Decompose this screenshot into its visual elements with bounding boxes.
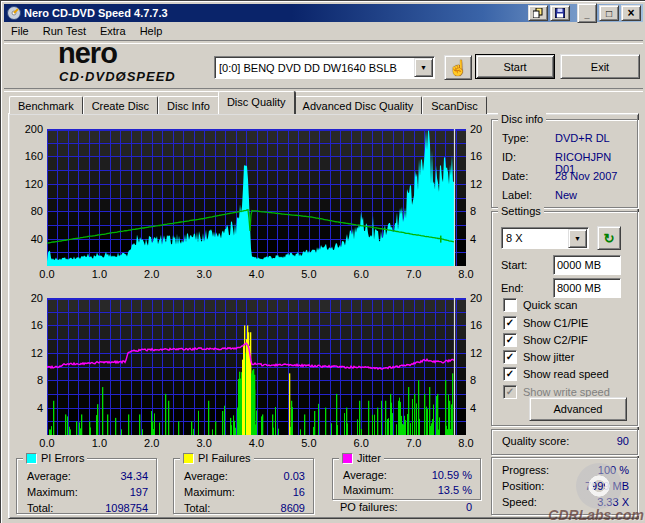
stat-value: 34.34 [120, 470, 148, 482]
jitter-swatch [342, 453, 353, 464]
speed-select[interactable]: 8 X ▼ [501, 227, 589, 249]
checkbox-quick-scan[interactable]: Quick scan [503, 298, 577, 312]
axis-tick-label: 7.0 [399, 437, 429, 449]
axis-tick-label: 0.0 [32, 437, 62, 449]
check-icon: ✓ [506, 335, 514, 345]
drive-select-value: [0:0] BENQ DVD DD DW1640 BSLB [215, 62, 414, 74]
minimize-button[interactable]: _ [577, 3, 597, 23]
refresh-button[interactable]: ↻ [597, 226, 621, 250]
disc-date-value: 28 Nov 2007 [555, 170, 617, 182]
end-field-value: 8000 MB [557, 282, 601, 294]
pi-errors-swatch [26, 453, 37, 464]
axis-tick-label: 3.0 [189, 268, 219, 280]
checkbox-show-jitter[interactable]: ✓ Show jitter [503, 350, 574, 364]
axis-tick-label: 12 [470, 178, 494, 190]
tab-strip: Benchmark Create Disc Disc Info Disc Qua… [9, 92, 487, 114]
title-bar[interactable]: Nero CD-DVD Speed 4.7.7.3 _ □ × [4, 4, 643, 22]
checkbox-box: ✓ [503, 385, 517, 399]
tab-scandisc[interactable]: ScanDisc [422, 96, 486, 114]
stat-value: 1098754 [105, 502, 148, 514]
axis-tick-label: 80 [11, 205, 43, 217]
disc-type-value: DVD+R DL [555, 132, 610, 144]
quality-score-value: 90 [617, 435, 629, 447]
start-button[interactable]: Start [475, 54, 555, 79]
floppy-disk-icon [555, 8, 565, 18]
checkbox-box[interactable] [503, 298, 517, 312]
stat-label: Average: [343, 469, 387, 481]
checkbox-label: Show C2/PIF [523, 334, 588, 346]
advanced-button[interactable]: Advanced [529, 397, 627, 421]
copy-button[interactable] [528, 5, 548, 21]
checkbox-label: Show read speed [523, 368, 609, 380]
axis-tick-label: 6.0 [346, 268, 376, 280]
refresh-icon: ↻ [604, 231, 615, 246]
po-failures-value: 0 [466, 501, 472, 513]
tab-benchmark[interactable]: Benchmark [9, 96, 83, 114]
drive-select[interactable]: [0:0] BENQ DVD DD DW1640 BSLB ▼ [214, 56, 435, 79]
app-window: Nero CD-DVD Speed 4.7.7.3 _ □ × File Run… [0, 0, 645, 523]
close-button[interactable]: × [621, 5, 641, 21]
axis-tick-label: 16 [470, 150, 494, 162]
axis-tick-label: 160 [11, 150, 43, 162]
hand-icon: ☝ [449, 59, 468, 77]
stat-value: 13.5 % [438, 484, 472, 496]
tab-disc-info[interactable]: Disc Info [158, 96, 219, 114]
exit-button[interactable]: Exit [560, 54, 640, 79]
check-icon: ✓ [506, 369, 514, 379]
axis-tick-label: 7.0 [399, 268, 429, 280]
axis-tick-label: 200 [11, 123, 43, 135]
axis-tick-label: 20 [470, 123, 494, 135]
drive-select-dropdown-button[interactable]: ▼ [414, 58, 433, 77]
tab-disc-quality[interactable]: Disc Quality [218, 91, 295, 114]
start-field[interactable]: 0000 MB [553, 255, 621, 275]
tab-advanced-disc-quality[interactable]: Advanced Disc Quality [294, 96, 423, 114]
window-title: Nero CD-DVD Speed 4.7.7.3 [24, 7, 168, 19]
axis-tick-label: 8.0 [451, 437, 481, 449]
checkbox-show-c1-pie[interactable]: ✓ Show C1/PIE [503, 316, 588, 330]
stat-label: Total: [184, 502, 210, 514]
tab-create-disc[interactable]: Create Disc [83, 96, 158, 114]
nero-logo: nero [58, 39, 117, 67]
checkbox-box[interactable]: ✓ [503, 333, 517, 347]
axis-tick-label: 16 [11, 319, 43, 331]
quality-score-label: Quality score: [502, 435, 569, 447]
checkbox-show-c2-pif[interactable]: ✓ Show C2/PIF [503, 333, 588, 347]
disc-watermark [576, 463, 622, 509]
checkbox-label: Show C1/PIE [523, 317, 588, 329]
pi-errors-legend-title: PI Errors [41, 452, 84, 464]
speed-select-dropdown-button[interactable]: ▼ [568, 229, 587, 248]
maximize-button[interactable]: □ [599, 5, 619, 21]
checkbox-box[interactable]: ✓ [503, 350, 517, 364]
stat-label: Maximum: [184, 486, 235, 498]
quality-score-box: Quality score:90 [491, 429, 638, 455]
axis-tick-label: 16 [470, 319, 494, 331]
menu-item-help[interactable]: Help [133, 23, 170, 39]
axis-tick-label: 20 [11, 292, 43, 304]
jitter-legend-box: Jitter Average:10.59 % Maximum:13.5 % [332, 458, 481, 500]
axis-tick-label: 0.0 [32, 268, 62, 280]
po-failures-row: PO failures: 0 [340, 501, 472, 513]
checkbox-box[interactable]: ✓ [503, 316, 517, 330]
axis-tick-label: 8 [470, 205, 494, 217]
axis-tick-label: 4 [470, 402, 494, 414]
stat-value: 8609 [281, 502, 305, 514]
checkbox-box[interactable]: ✓ [503, 367, 517, 381]
save-button[interactable] [550, 5, 570, 21]
end-field-label: End: [501, 282, 524, 294]
stat-label: Total: [27, 502, 53, 514]
axis-tick-label: 20 [470, 292, 494, 304]
pi-failures-legend-title: PI Failures [198, 452, 251, 464]
app-icon [7, 6, 21, 20]
load-eject-button[interactable]: ☝ [444, 55, 472, 80]
pi-errors-chart [47, 129, 466, 266]
chevron-down-icon: ▼ [420, 64, 427, 71]
progress-label: Progress: [502, 464, 549, 476]
axis-tick-label: 1.0 [84, 437, 114, 449]
disc-info-label: Date: [502, 170, 528, 182]
check-icon: ✓ [506, 318, 514, 328]
end-field[interactable]: 8000 MB [553, 278, 621, 298]
checkbox-show-read-speed[interactable]: ✓ Show read speed [503, 367, 609, 381]
menu-item-file[interactable]: File [4, 23, 36, 39]
stat-value: 197 [130, 486, 148, 498]
axis-tick-label: 5.0 [294, 437, 324, 449]
